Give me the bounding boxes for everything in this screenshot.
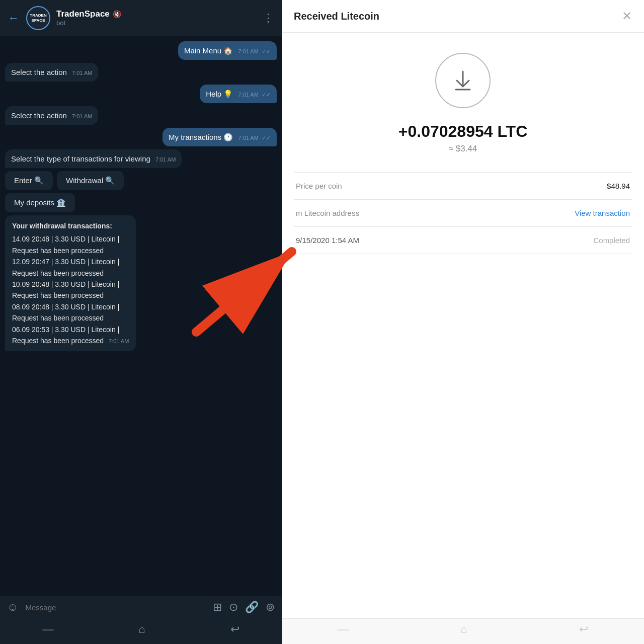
- enter-button[interactable]: Enter 🔍: [5, 171, 53, 190]
- bubble-select-action-1: Select the action 7:01 AM: [5, 63, 98, 82]
- message-withdrawal-transactions: Your withdrawal transactions: 14.09 20:4…: [5, 215, 277, 351]
- chat-header: ← TRADENSPACE TradenSpace 🔇 bot ⋮: [0, 0, 282, 36]
- right-nav-back[interactable]: ↩: [579, 623, 588, 636]
- chat-name: TradenSpace 🔇: [56, 9, 263, 19]
- nav-back-icon[interactable]: ↩: [230, 623, 239, 636]
- chat-panel: ← TRADENSPACE TradenSpace 🔇 bot ⋮ Main M…: [0, 0, 282, 644]
- transaction-item-2b: Request has been processed: [12, 268, 129, 279]
- detail-header: Received Litecoin ✕: [282, 0, 644, 33]
- more-options-button[interactable]: ⋮: [263, 12, 274, 25]
- message-time: 7:01 AM: [238, 135, 258, 141]
- message-text: Select the action: [11, 68, 67, 76]
- input-bar: ☺ ⊞ ⊙ 🔗 ⊚: [0, 595, 282, 619]
- transaction-status: Completed: [593, 236, 630, 245]
- transaction-item-4: 08.09 20:48 | 3.30 USD | Litecoin |: [12, 301, 129, 312]
- bubble-withdrawal-transactions: Your withdrawal transactions: 14.09 20:4…: [5, 215, 136, 351]
- price-label: Price per coin: [296, 182, 342, 190]
- messages-area: Main Menu 🏠 7:01 AM ✓✓ Select the action…: [0, 36, 282, 595]
- message-text: Select the action: [11, 111, 67, 120]
- transaction-item-3: 10.09 20:48 | 3.30 USD | Litecoin |: [12, 279, 129, 290]
- transaction-date: 9/15/2020 1:54 AM: [296, 236, 359, 245]
- download-icon: [450, 67, 476, 94]
- deposits-button-row: My deposits 🏦: [5, 193, 75, 212]
- detail-rows: Price per coin $48.94 m Litecoin address…: [294, 172, 632, 254]
- transactions-header: Your withdrawal transactions:: [12, 220, 129, 231]
- transaction-item-1b: Request has been processed: [12, 245, 129, 256]
- transaction-item-4b: Request has been processed: [12, 312, 129, 324]
- right-nav-home[interactable]: ⌂: [460, 623, 467, 636]
- message-text: Select the type of transactions for view…: [11, 154, 150, 163]
- right-nav-bar: —: [338, 623, 349, 636]
- attach-button[interactable]: 🔗: [245, 601, 259, 614]
- right-bottom-nav: — ⌂ ↩: [282, 618, 644, 644]
- detail-panel: Received Litecoin ✕ +0.07028954 LTC ≈ $3…: [282, 0, 644, 644]
- read-ticks: ✓✓: [262, 135, 271, 141]
- receive-icon-circle: [435, 53, 491, 108]
- message-help: Help 💡 7:01 AM ✓✓: [5, 85, 277, 103]
- bot-avatar: TRADENSPACE: [26, 6, 50, 30]
- bubble-main-menu: Main Menu 🏠 7:01 AM ✓✓: [178, 41, 277, 60]
- transaction-item-5: 06.09 20:53 | 3.30 USD | Litecoin |: [12, 324, 129, 335]
- view-transaction-link[interactable]: View transaction: [575, 209, 630, 217]
- bubble-my-transactions: My transactions 🕐 7:01 AM ✓✓: [163, 128, 277, 146]
- transaction-item-5b: Request has been processed 7:01 AM: [12, 335, 129, 346]
- message-select-action-2: Select the action 7:01 AM: [5, 106, 277, 125]
- bubble-select-action-2: Select the action 7:01 AM: [5, 106, 98, 125]
- address-row: m Litecoin address View transaction: [294, 200, 632, 227]
- amount-ltc: +0.07028954 LTC: [398, 122, 527, 141]
- nav-bar-icon: —: [42, 623, 53, 636]
- back-button[interactable]: ←: [8, 12, 19, 25]
- chat-info: TradenSpace 🔇 bot: [56, 9, 263, 27]
- message-time: 7:01 AM: [238, 92, 258, 98]
- price-value: $48.94: [607, 182, 630, 190]
- withdrawal-button[interactable]: Withdrawal 🔍: [57, 171, 124, 190]
- message-main-menu: Main Menu 🏠 7:01 AM ✓✓: [5, 41, 277, 60]
- message-time: 7:01 AM: [72, 113, 92, 119]
- chat-status: bot: [56, 19, 263, 27]
- message-time: 7:01 AM: [72, 70, 92, 76]
- message-time: 7:01 AM: [155, 156, 176, 163]
- bottom-nav: — ⌂ ↩: [0, 619, 282, 644]
- read-ticks: ✓✓: [262, 48, 271, 54]
- transaction-item-1: 14.09 20:48 | 3.30 USD | Litecoin |: [12, 233, 129, 245]
- record-button[interactable]: ⊚: [266, 601, 275, 614]
- detail-body: +0.07028954 LTC ≈ $3.44 Price per coin $…: [282, 33, 644, 618]
- mute-icon: 🔇: [113, 10, 121, 18]
- transaction-type-buttons: Enter 🔍 Withdrawal 🔍: [5, 171, 124, 190]
- detail-title: Received Litecoin: [294, 11, 379, 22]
- bubble-help: Help 💡 7:01 AM ✓✓: [200, 85, 277, 103]
- bubble-select-transactions: Select the type of transactions for view…: [5, 149, 182, 168]
- message-text: Main Menu 🏠: [184, 46, 233, 55]
- close-button[interactable]: ✕: [622, 10, 632, 22]
- amount-usd: ≈ $3.44: [449, 144, 477, 154]
- message-text: My transactions 🕐: [169, 133, 233, 141]
- message-text: Help 💡: [206, 90, 233, 98]
- camera-button[interactable]: ⊙: [229, 601, 238, 614]
- nav-home-icon[interactable]: ⌂: [138, 623, 145, 636]
- message-select-action-1: Select the action 7:01 AM: [5, 63, 277, 82]
- price-row: Price per coin $48.94: [294, 173, 632, 200]
- message-input[interactable]: [25, 603, 206, 612]
- address-label: m Litecoin address: [296, 209, 359, 217]
- my-deposits-button[interactable]: My deposits 🏦: [5, 193, 75, 212]
- message-time: 7:01 AM: [238, 48, 258, 54]
- message-my-transactions: My transactions 🕐 7:01 AM ✓✓: [5, 128, 277, 146]
- emoji-button[interactable]: ☺: [7, 601, 18, 614]
- transaction-item-2: 12.09 20:47 | 3.30 USD | Litecoin |: [12, 256, 129, 267]
- transaction-item-3b: Request has been processed: [12, 290, 129, 301]
- sticker-button[interactable]: ⊞: [213, 601, 222, 614]
- read-ticks: ✓✓: [262, 92, 271, 98]
- message-select-transactions: Select the type of transactions for view…: [5, 149, 277, 212]
- date-row: 9/15/2020 1:54 AM Completed: [294, 227, 632, 254]
